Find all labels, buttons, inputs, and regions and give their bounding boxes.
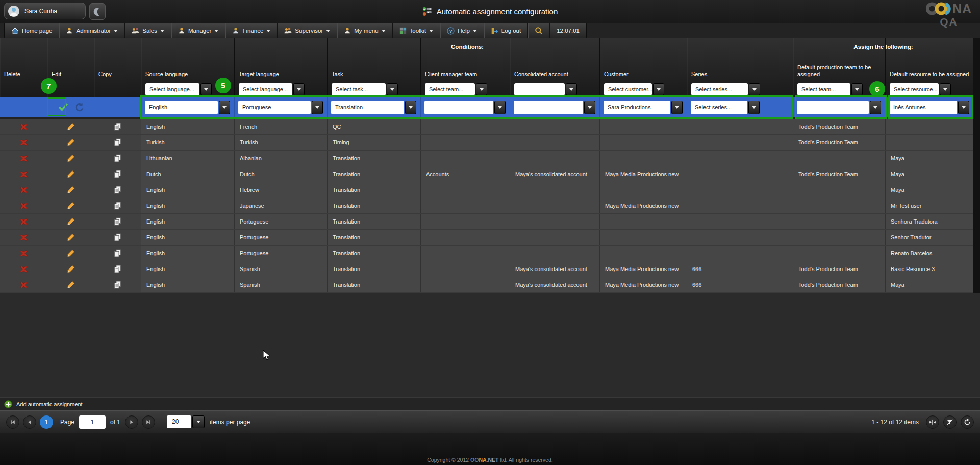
menu-item-help[interactable]: ? Help [440, 23, 484, 38]
table-row[interactable]: English Portuguese Translation Senhora T… [0, 214, 973, 230]
copy-button[interactable] [94, 135, 141, 150]
clear-filters-button[interactable] [943, 415, 957, 429]
table-row[interactable]: English Portuguese Translation Renato Ba… [0, 246, 973, 261]
dropdown-arrow-icon[interactable] [584, 101, 595, 114]
menu-item-home-page[interactable]: Home page [5, 23, 59, 38]
previous-page-button[interactable] [23, 415, 36, 429]
edit-button[interactable] [47, 135, 94, 150]
edit-button[interactable] [47, 166, 94, 182]
dropdown-arrow-icon[interactable] [312, 101, 323, 114]
edit-customer-dropdown[interactable]: Sara Productions [604, 101, 683, 114]
client-manager-team-filter[interactable]: Select team... [425, 83, 487, 95]
table-row[interactable]: English Spanish Translation Maya's conso… [0, 261, 973, 277]
next-page-button[interactable] [125, 415, 138, 429]
table-row[interactable]: English Portuguese Translation Senhor Tr… [0, 230, 973, 246]
first-page-button[interactable] [6, 415, 19, 429]
edit-consolidated-account-dropdown[interactable] [514, 101, 595, 114]
dropdown-arrow-icon[interactable] [671, 101, 683, 114]
dropdown-arrow-icon[interactable] [192, 415, 205, 428]
edit-target-language-dropdown[interactable]: Portuguese [238, 101, 323, 114]
consolidated-account-filter[interactable] [514, 83, 577, 95]
copy-button[interactable] [94, 214, 141, 229]
task-filter[interactable]: Select task... [332, 83, 398, 95]
page-number-input[interactable] [79, 415, 106, 429]
table-row[interactable]: English Hebrew Translation Maya [0, 182, 973, 198]
dropdown-arrow-icon[interactable] [958, 101, 969, 114]
copy-button[interactable] [94, 198, 141, 213]
menu-item-supervisor[interactable]: Supervisor [278, 23, 337, 38]
delete-button[interactable] [0, 182, 47, 198]
copy-button[interactable] [94, 119, 141, 134]
night-mode-button[interactable] [89, 3, 106, 20]
edit-button[interactable] [47, 246, 94, 261]
table-row[interactable]: English Japanese Translation Maya Media … [0, 198, 973, 214]
dropdown-arrow-icon[interactable] [940, 83, 951, 95]
edit-production-team-dropdown[interactable] [797, 101, 881, 114]
series-filter[interactable]: Select series... [691, 83, 760, 95]
delete-button[interactable] [0, 166, 47, 182]
copy-button[interactable] [94, 166, 141, 182]
edit-row[interactable]: English Portuguese Translation Sara Prod… [0, 97, 973, 117]
dropdown-arrow-icon[interactable] [200, 83, 212, 95]
dropdown-arrow-icon[interactable] [566, 83, 577, 95]
edit-task-dropdown[interactable]: Translation [331, 101, 416, 114]
last-page-button[interactable] [142, 415, 155, 429]
dropdown-arrow-icon[interactable] [749, 83, 760, 95]
user-menu-button[interactable]: Sara Cunha [4, 3, 86, 19]
edit-button[interactable] [47, 151, 94, 166]
delete-button[interactable] [0, 246, 47, 261]
edit-button[interactable] [47, 277, 94, 292]
copy-button[interactable] [94, 230, 141, 245]
dropdown-arrow-icon[interactable] [476, 83, 487, 95]
copy-button[interactable] [94, 261, 141, 277]
dropdown-arrow-icon[interactable] [748, 101, 760, 114]
source-language-filter[interactable]: Select language... [145, 83, 212, 95]
delete-button[interactable] [0, 261, 47, 277]
menu-item-log-out[interactable]: Log out [484, 23, 528, 38]
page-size-dropdown[interactable]: 20 [167, 415, 205, 428]
copy-button[interactable] [94, 246, 141, 261]
delete-button[interactable] [0, 214, 47, 229]
menu-item-toolkit[interactable]: Toolkit [393, 23, 441, 38]
menu-item-sales[interactable]: Sales [125, 23, 171, 38]
target-language-filter[interactable]: Select language... [239, 83, 305, 95]
edit-button[interactable] [47, 119, 94, 134]
refresh-button[interactable] [961, 415, 974, 429]
save-check-icon[interactable] [58, 102, 69, 112]
menu-item-manager[interactable]: Manager [171, 23, 225, 38]
dropdown-arrow-icon[interactable] [653, 83, 664, 95]
edit-resource-dropdown[interactable]: Inês Antunes [889, 101, 969, 114]
delete-button[interactable] [0, 230, 47, 245]
default-production-team-filter[interactable]: Select team... [797, 83, 863, 95]
table-row[interactable]: Turkish Turkish Timing Todd's Production… [0, 135, 973, 151]
menu-item-finance[interactable]: Finance [225, 23, 278, 38]
dropdown-arrow-icon[interactable] [387, 83, 398, 95]
dropdown-arrow-icon[interactable] [851, 83, 863, 95]
delete-button[interactable] [0, 198, 47, 213]
menu-item-search[interactable] [528, 23, 550, 38]
default-resource-filter[interactable]: Select resource... [890, 83, 951, 95]
table-row[interactable]: Dutch Dutch Translation Accounts Maya's … [0, 166, 973, 182]
dropdown-arrow-icon[interactable] [219, 101, 230, 114]
edit-button[interactable] [47, 198, 94, 213]
vertical-scrollbar[interactable] [973, 38, 980, 294]
table-row[interactable]: English French QC Todd's Production Team [0, 119, 973, 135]
edit-series-dropdown[interactable]: Select series... [691, 101, 760, 114]
edit-source-language-dropdown[interactable]: English [145, 101, 230, 114]
edit-client-manager-team-dropdown[interactable] [424, 101, 506, 114]
dropdown-arrow-icon[interactable] [405, 101, 416, 114]
undo-icon[interactable] [74, 102, 84, 112]
add-assignment-bar[interactable]: Add automatic assignment [0, 397, 980, 410]
current-page-badge[interactable]: 1 [40, 415, 53, 429]
edit-button[interactable] [47, 261, 94, 277]
copy-button[interactable] [94, 182, 141, 198]
delete-button[interactable] [0, 277, 47, 292]
delete-button[interactable] [0, 151, 47, 166]
menu-item-administrator[interactable]: Administrator [59, 23, 125, 38]
edit-button[interactable] [47, 214, 94, 229]
dropdown-arrow-icon[interactable] [293, 83, 305, 95]
dropdown-arrow-icon[interactable] [494, 101, 506, 114]
customer-filter[interactable]: Select customer... [604, 83, 664, 95]
dropdown-arrow-icon[interactable] [870, 101, 881, 114]
table-row[interactable]: English Spanish Translation Maya's conso… [0, 277, 973, 293]
